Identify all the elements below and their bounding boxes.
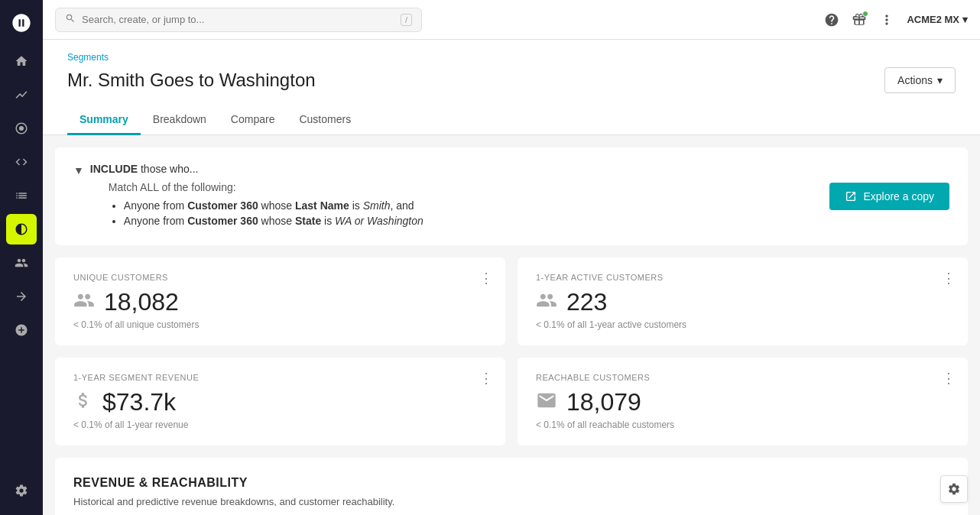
active-customers-icon bbox=[536, 290, 557, 316]
tab-compare[interactable]: Compare bbox=[219, 105, 287, 135]
condition-2: Anyone from Customer 360 whose State is … bbox=[124, 215, 423, 227]
stat-menu-unique[interactable]: ⋮ bbox=[479, 270, 493, 287]
page-header: Segments Mr. Smith Goes to Washington Ac… bbox=[43, 40, 980, 135]
page-title: Mr. Smith Goes to Washington bbox=[67, 70, 316, 91]
sidebar-item-analytics[interactable] bbox=[6, 79, 37, 110]
include-header: ▼ INCLUDE those who... Match ALL of the … bbox=[73, 163, 949, 230]
page-content: Segments Mr. Smith Goes to Washington Ac… bbox=[43, 40, 980, 515]
sidebar-item-data[interactable] bbox=[6, 113, 37, 144]
search-icon bbox=[65, 13, 76, 27]
stat-value-unique: 18,082 bbox=[104, 288, 179, 316]
stat-label-active: 1-YEAR ACTIVE CUSTOMERS bbox=[536, 273, 949, 282]
stat-card-unique-customers: UNIQUE CUSTOMERS 18,082 < 0.1% of all un… bbox=[55, 258, 505, 345]
stat-sub-revenue: < 0.1% of all 1-year revenue bbox=[73, 419, 487, 430]
revenue-section-desc: Historical and predictive revenue breakd… bbox=[73, 496, 949, 507]
topnav-right: ACME2 MX ▾ bbox=[824, 12, 968, 28]
sidebar-item-integrations[interactable] bbox=[6, 315, 37, 345]
user-menu[interactable]: ACME2 MX ▾ bbox=[907, 14, 968, 25]
search-input[interactable] bbox=[82, 14, 394, 25]
condition-2-field: State bbox=[295, 215, 321, 227]
include-box: ▼ INCLUDE those who... Match ALL of the … bbox=[55, 147, 968, 245]
stat-menu-active[interactable]: ⋮ bbox=[942, 270, 956, 287]
tab-summary[interactable]: Summary bbox=[67, 105, 141, 135]
conditions-list: Anyone from Customer 360 whose Last Name… bbox=[124, 199, 423, 227]
stat-menu-reachable[interactable]: ⋮ bbox=[942, 370, 956, 387]
include-content: INCLUDE those who... Match ALL of the fo… bbox=[90, 163, 423, 230]
stat-label-reachable: REACHABLE CUSTOMERS bbox=[536, 373, 949, 382]
sidebar bbox=[0, 0, 43, 515]
actions-label: Actions bbox=[897, 74, 933, 86]
stat-menu-revenue[interactable]: ⋮ bbox=[479, 370, 493, 387]
top-navbar: / ACME2 MX ▾ bbox=[43, 0, 980, 40]
user-name: ACME2 MX bbox=[907, 14, 959, 25]
stats-grid: UNIQUE CUSTOMERS 18,082 < 0.1% of all un… bbox=[55, 258, 968, 445]
app-logo[interactable] bbox=[8, 9, 35, 37]
condition-1: Anyone from Customer 360 whose Last Name… bbox=[124, 199, 423, 212]
settings-button[interactable] bbox=[940, 475, 968, 503]
stat-sub-active: < 0.1% of all 1-year active customers bbox=[536, 319, 949, 330]
stat-sub-reachable: < 0.1% of all reachable customers bbox=[536, 419, 949, 430]
revenue-icon bbox=[73, 390, 93, 415]
stat-sub-unique: < 0.1% of all unique customers bbox=[73, 319, 487, 330]
stat-value-revenue: $73.7k bbox=[102, 388, 176, 416]
include-text: INCLUDE those who... bbox=[90, 163, 423, 175]
explore-copy-label: Explore a copy bbox=[863, 190, 934, 202]
sidebar-item-reports[interactable] bbox=[6, 180, 37, 211]
sidebar-item-segments[interactable] bbox=[6, 214, 37, 245]
revenue-section-title: REVENUE & REACHABILITY bbox=[73, 476, 949, 490]
stat-label-unique: UNIQUE CUSTOMERS bbox=[73, 273, 487, 282]
stat-card-active-customers: 1-YEAR ACTIVE CUSTOMERS 223 < 0.1% of al… bbox=[518, 258, 968, 345]
stat-label-revenue: 1-YEAR SEGMENT REVENUE bbox=[73, 373, 487, 382]
help-icon[interactable] bbox=[824, 12, 839, 28]
gift-icon-wrapper[interactable] bbox=[852, 12, 867, 28]
sidebar-item-flows[interactable] bbox=[6, 281, 37, 312]
stat-card-revenue: 1-YEAR SEGMENT REVENUE $73.7k < 0.1% of … bbox=[55, 358, 505, 445]
reachable-icon bbox=[536, 390, 557, 416]
search-shortcut: / bbox=[401, 14, 412, 26]
sidebar-item-home[interactable] bbox=[6, 46, 37, 76]
condition-2-value: WA or Washington bbox=[335, 215, 423, 227]
sidebar-item-settings[interactable] bbox=[6, 475, 37, 506]
condition-1-source: Customer 360 bbox=[187, 199, 258, 212]
explore-copy-button[interactable]: Explore a copy bbox=[829, 183, 949, 210]
stat-value-row-reachable: 18,079 bbox=[536, 388, 949, 416]
unique-customers-icon bbox=[73, 290, 95, 316]
tab-breakdown[interactable]: Breakdown bbox=[141, 105, 219, 135]
page-tabs: Summary Breakdown Compare Customers bbox=[67, 105, 956, 134]
search-bar[interactable]: / bbox=[55, 8, 422, 32]
svg-point-0 bbox=[19, 126, 24, 131]
stat-value-row-revenue: $73.7k bbox=[73, 388, 487, 416]
sidebar-item-campaigns[interactable] bbox=[6, 248, 37, 278]
stat-value-row-active: 223 bbox=[536, 288, 949, 316]
sidebar-item-code[interactable] bbox=[6, 147, 37, 177]
include-keyword: INCLUDE bbox=[90, 163, 138, 175]
include-header-left: ▼ INCLUDE those who... Match ALL of the … bbox=[73, 163, 423, 230]
actions-chevron-icon: ▾ bbox=[937, 74, 943, 86]
revenue-section: REVENUE & REACHABILITY Historical and pr… bbox=[55, 458, 968, 515]
match-all-text: Match ALL of the following: bbox=[109, 181, 423, 193]
stat-value-row-unique: 18,082 bbox=[73, 288, 487, 316]
gift-notification-dot bbox=[862, 11, 868, 17]
condition-1-value: Smith bbox=[363, 199, 391, 212]
main-content: / ACME2 MX ▾ Segments bbox=[43, 0, 980, 515]
condition-2-source: Customer 360 bbox=[187, 215, 258, 227]
stat-value-active: 223 bbox=[566, 288, 607, 316]
include-toggle-icon[interactable]: ▼ bbox=[73, 164, 84, 177]
user-chevron-icon: ▾ bbox=[962, 14, 968, 25]
more-menu-icon[interactable] bbox=[879, 12, 894, 28]
tab-customers[interactable]: Customers bbox=[287, 105, 363, 135]
page-title-row: Mr. Smith Goes to Washington Actions ▾ bbox=[67, 67, 956, 93]
those-who-text: those who... bbox=[138, 163, 198, 175]
breadcrumb[interactable]: Segments bbox=[67, 52, 956, 63]
stat-card-reachable: REACHABLE CUSTOMERS 18,079 < 0.1% of all… bbox=[518, 358, 968, 445]
stat-value-reachable: 18,079 bbox=[566, 388, 641, 416]
include-section: ▼ INCLUDE those who... Match ALL of the … bbox=[55, 147, 968, 445]
actions-button[interactable]: Actions ▾ bbox=[884, 67, 956, 93]
condition-1-field: Last Name bbox=[295, 199, 349, 212]
